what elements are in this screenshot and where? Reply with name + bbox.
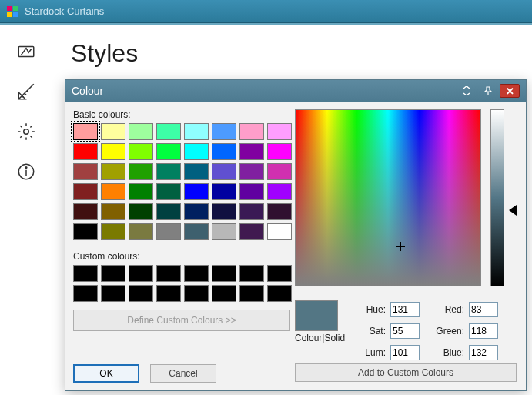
basic-swatch[interactable] — [156, 123, 181, 140]
custom-swatch[interactable] — [212, 285, 236, 302]
colour-preview — [295, 300, 338, 331]
blue-input[interactable] — [469, 345, 498, 360]
nav-styles-icon[interactable] — [9, 35, 43, 69]
luminance-arrow-icon[interactable] — [509, 205, 517, 216]
basic-swatch[interactable] — [73, 203, 98, 220]
basic-swatch[interactable] — [156, 183, 181, 200]
basic-swatch[interactable] — [184, 223, 209, 240]
custom-swatch[interactable] — [267, 285, 292, 302]
sat-input[interactable] — [390, 323, 420, 339]
cancel-button[interactable]: Cancel — [150, 364, 216, 383]
basic-swatch[interactable] — [101, 223, 125, 240]
colour-dialog: Colour ✕ Basic colours: Custom colours: … — [65, 79, 527, 391]
luminance-bar[interactable] — [490, 109, 504, 286]
basic-swatch[interactable] — [239, 223, 264, 240]
basic-swatch[interactable] — [156, 223, 181, 240]
basic-swatch[interactable] — [267, 123, 292, 140]
page-title: Styles — [71, 39, 514, 68]
basic-swatch[interactable] — [101, 183, 125, 200]
basic-swatch[interactable] — [156, 143, 181, 160]
colour-picker-pane: Colour|Solid Hue: Red: Sat: Green: Lum: … — [295, 109, 518, 286]
green-label: Green: — [426, 326, 464, 336]
nav-about-icon[interactable] — [9, 155, 43, 189]
red-input[interactable] — [469, 302, 498, 317]
svg-rect-1 — [13, 6, 18, 11]
sat-label: Sat: — [356, 326, 386, 336]
custom-swatch[interactable] — [129, 265, 153, 282]
title-bar[interactable]: Stardock Curtains — [0, 0, 532, 23]
basic-swatch[interactable] — [129, 223, 153, 240]
basic-swatch[interactable] — [267, 183, 292, 200]
basic-swatch[interactable] — [267, 203, 292, 220]
basic-swatch[interactable] — [101, 123, 125, 140]
svg-rect-0 — [7, 6, 12, 11]
basic-swatch[interactable] — [73, 163, 98, 180]
basic-swatch[interactable] — [101, 143, 125, 160]
basic-swatch[interactable] — [239, 183, 264, 200]
basic-swatch[interactable] — [156, 163, 181, 180]
custom-swatch[interactable] — [212, 265, 236, 282]
basic-swatch[interactable] — [129, 203, 153, 220]
basic-swatch[interactable] — [267, 163, 292, 180]
custom-swatch[interactable] — [73, 285, 98, 302]
dialog-collapse-icon[interactable] — [457, 84, 477, 98]
app-icon — [6, 5, 18, 18]
custom-swatch[interactable] — [156, 285, 181, 302]
basic-swatch[interactable] — [129, 123, 153, 140]
basic-swatch[interactable] — [267, 143, 292, 160]
custom-swatch[interactable] — [239, 265, 264, 282]
basic-swatch[interactable] — [156, 203, 181, 220]
basic-swatch[interactable] — [212, 123, 236, 140]
custom-swatch[interactable] — [239, 285, 264, 302]
dialog-title-bar[interactable]: Colour ✕ — [65, 80, 526, 102]
basic-swatch[interactable] — [239, 143, 264, 160]
basic-swatch[interactable] — [184, 123, 209, 140]
svg-point-8 — [25, 167, 27, 169]
basic-swatch[interactable] — [239, 163, 264, 180]
basic-swatch[interactable] — [129, 143, 153, 160]
custom-swatch[interactable] — [129, 285, 153, 302]
basic-swatch[interactable] — [184, 183, 209, 200]
crosshair-icon — [396, 242, 405, 251]
custom-swatch[interactable] — [101, 285, 125, 302]
basic-swatch[interactable] — [212, 163, 236, 180]
basic-swatch[interactable] — [73, 123, 98, 140]
blue-label: Blue: — [426, 347, 464, 358]
basic-swatch[interactable] — [101, 163, 125, 180]
basic-swatch[interactable] — [239, 123, 264, 140]
basic-swatch[interactable] — [73, 143, 98, 160]
nav-settings-icon[interactable] — [9, 115, 43, 149]
custom-swatch[interactable] — [156, 265, 181, 282]
basic-swatch[interactable] — [239, 203, 264, 220]
custom-swatch[interactable] — [73, 265, 98, 282]
basic-swatch[interactable] — [212, 203, 236, 220]
custom-swatch[interactable] — [267, 265, 292, 282]
define-custom-button: Define Custom Colours >> — [73, 310, 290, 331]
basic-swatch[interactable] — [129, 183, 153, 200]
basic-swatch[interactable] — [101, 203, 125, 220]
hue-input[interactable] — [390, 302, 420, 317]
svg-rect-3 — [13, 12, 18, 17]
basic-swatch[interactable] — [267, 223, 292, 240]
svg-rect-2 — [7, 12, 12, 17]
lum-input[interactable] — [390, 345, 420, 360]
custom-swatch[interactable] — [184, 265, 209, 282]
basic-swatch[interactable] — [184, 163, 209, 180]
custom-swatch[interactable] — [184, 285, 209, 302]
nav-ruler-icon[interactable] — [9, 75, 43, 109]
basic-swatch[interactable] — [212, 183, 236, 200]
basic-swatch[interactable] — [184, 203, 209, 220]
add-custom-button[interactable]: Add to Custom Colours — [295, 363, 517, 382]
basic-swatch[interactable] — [73, 223, 98, 240]
green-input[interactable] — [469, 323, 498, 339]
basic-swatch[interactable] — [129, 163, 153, 180]
basic-swatch[interactable] — [184, 143, 209, 160]
basic-swatch[interactable] — [73, 183, 98, 200]
ok-button[interactable]: OK — [73, 364, 139, 383]
dialog-pin-icon[interactable] — [478, 84, 498, 98]
dialog-close-button[interactable]: ✕ — [500, 84, 520, 98]
custom-swatch[interactable] — [101, 265, 125, 282]
basic-swatch[interactable] — [212, 223, 236, 240]
hue-sat-field[interactable] — [295, 109, 481, 286]
basic-swatch[interactable] — [212, 143, 236, 160]
